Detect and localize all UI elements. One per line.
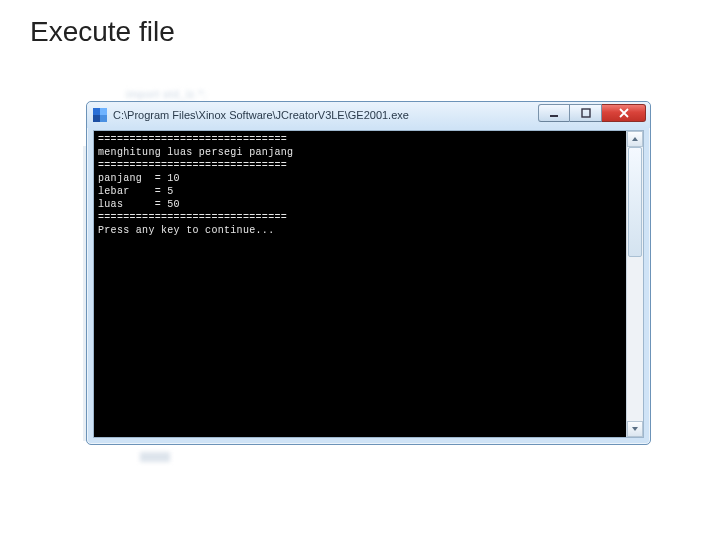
slide-title: Execute file bbox=[30, 16, 175, 48]
scroll-thumb[interactable] bbox=[628, 147, 642, 257]
background-ghost-text: import std_lz.*; bbox=[126, 88, 207, 100]
svg-rect-1 bbox=[582, 109, 590, 117]
scroll-track[interactable] bbox=[627, 147, 643, 421]
minimize-button[interactable] bbox=[538, 104, 570, 122]
console-output[interactable]: ============================== menghitun… bbox=[94, 131, 626, 437]
scroll-up-button[interactable] bbox=[627, 131, 643, 147]
window-client-area: ============================== menghitun… bbox=[93, 130, 644, 438]
maximize-button[interactable] bbox=[570, 104, 602, 122]
close-button[interactable] bbox=[602, 104, 646, 122]
background-ghost-block bbox=[140, 452, 170, 462]
console-window: C:\Program Files\Xinox Software\JCreator… bbox=[86, 101, 651, 445]
app-icon bbox=[93, 108, 107, 122]
window-controls bbox=[538, 104, 646, 122]
titlebar[interactable]: C:\Program Files\Xinox Software\JCreator… bbox=[87, 102, 650, 128]
scroll-down-button[interactable] bbox=[627, 421, 643, 437]
window-title: C:\Program Files\Xinox Software\JCreator… bbox=[113, 109, 409, 121]
svg-rect-0 bbox=[550, 115, 558, 117]
vertical-scrollbar[interactable] bbox=[626, 131, 643, 437]
